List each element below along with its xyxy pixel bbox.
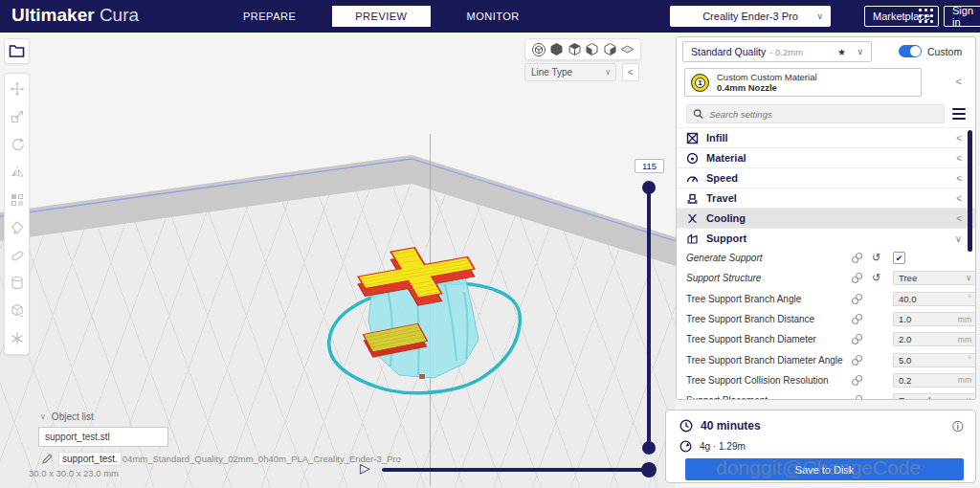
infill-icon [686, 132, 699, 144]
print-time-row: 40 minutes [679, 419, 761, 433]
layer-slider-top-handle[interactable] [642, 181, 656, 194]
field-value: 1.0 [899, 314, 911, 324]
link-icon[interactable] [851, 374, 863, 387]
field-unit: mm [958, 335, 971, 344]
category-material[interactable]: Material< [677, 147, 975, 167]
setting-row-support-structure: Support Structure ↺ Tree∨ [677, 268, 975, 288]
custom-toggle[interactable] [899, 45, 922, 57]
tab-prepare[interactable]: PREPARE [230, 6, 309, 27]
view-3d-icon[interactable] [531, 42, 546, 57]
field-value: 0.2 [899, 375, 911, 386]
open-file-button[interactable] [4, 38, 30, 64]
link-icon[interactable] [851, 252, 863, 264]
rotate-tool-icon[interactable] [10, 137, 25, 152]
chevron-collapsed-icon: < [956, 153, 962, 164]
color-scheme-dropdown[interactable]: Line Type ∨ [524, 63, 616, 81]
view-top-icon[interactable] [568, 42, 582, 56]
view-right-icon[interactable] [603, 42, 617, 56]
move-tool-icon[interactable] [10, 81, 25, 97]
branch-diameter-field[interactable]: 2.0mm [893, 332, 976, 346]
generate-support-checkbox[interactable]: ✔ [893, 252, 905, 264]
object-list-label: Object list [52, 411, 94, 422]
scale-tool-icon[interactable] [10, 109, 25, 124]
custom-toggle-label: Custom [927, 46, 962, 57]
profile-name: Standard Quality [691, 46, 766, 57]
travel-icon [686, 192, 699, 205]
play-simulation-button[interactable]: ▷ [360, 460, 370, 476]
search-input[interactable] [709, 109, 938, 120]
branch-angle-field[interactable]: 40.0° [893, 292, 976, 306]
field-unit: ° [969, 294, 971, 303]
settings-scrollbar[interactable] [968, 130, 972, 252]
extruder-card[interactable]: 1 Custom Custom Material 0.4mm Nozzle [684, 68, 922, 97]
profile-layer-height: - 0.2mm [769, 47, 803, 57]
job-name-input[interactable]: support_test. [58, 452, 122, 466]
dropdown-value: Everywhere [899, 395, 947, 400]
tool-panel [4, 73, 30, 355]
per-model-settings-icon[interactable] [10, 192, 25, 208]
category-speed[interactable]: Speed< [677, 167, 975, 188]
extruder-nozzle: 0.4mm Nozzle [717, 82, 817, 93]
profile-dropdown[interactable]: Standard Quality - 0.2mm ★ ∨ [682, 41, 872, 62]
save-to-disk-button[interactable]: Save to Disk [685, 458, 964, 480]
category-cooling[interactable]: Cooling< [677, 208, 975, 228]
mirror-tool-icon[interactable] [10, 165, 25, 180]
branch-distance-field[interactable]: 1.0mm [893, 312, 976, 326]
dock-panel-icon[interactable] [975, 46, 976, 57]
layer-slider-bottom-handle[interactable] [642, 441, 656, 455]
tab-preview[interactable]: PREVIEW [332, 6, 430, 27]
support-structure-dropdown[interactable]: Tree∨ [893, 271, 976, 285]
object-list-header[interactable]: ∨ Object list [40, 411, 94, 422]
custom-toggle-row: Custom × [899, 45, 976, 57]
simulation-slider-handle[interactable] [641, 462, 657, 477]
link-icon[interactable] [851, 394, 863, 400]
search-box[interactable] [686, 104, 945, 123]
top-bar: Ultimaker Cura PREPARE PREVIEW MONITOR C… [0, 0, 980, 33]
field-unit: mm [958, 375, 971, 385]
sign-in-button[interactable]: Sign in [944, 6, 980, 27]
field-unit: ° [969, 355, 971, 365]
link-icon[interactable] [851, 293, 863, 305]
support-blocker-icon[interactable] [10, 220, 25, 235]
chevron-down-icon: ∨ [816, 11, 823, 21]
category-infill[interactable]: Infill< [677, 127, 975, 147]
category-label: Support [706, 233, 746, 244]
revert-icon[interactable]: ↺ [872, 273, 880, 283]
support-placement-dropdown[interactable]: Everywhere∨ [893, 393, 976, 400]
category-travel[interactable]: Travel< [677, 188, 975, 208]
material-usage-value: 4g · 1.29m [700, 441, 746, 452]
view-left-icon[interactable] [585, 42, 599, 56]
diameter-angle-field[interactable]: 5.0° [893, 353, 976, 367]
tab-monitor[interactable]: MONITOR [454, 6, 533, 27]
settings-menu-icon[interactable] [952, 108, 966, 120]
revert-icon[interactable]: ↺ [872, 253, 880, 263]
printer-selector[interactable]: Creality Ender-3 Pro ∨ [670, 6, 831, 27]
link-icon[interactable] [851, 333, 863, 345]
calibration-shapes-icon[interactable] [10, 331, 25, 346]
view-front-icon[interactable] [549, 42, 564, 56]
object-list-item[interactable]: support_test.stl [38, 427, 168, 447]
view-bottom-icon[interactable] [620, 44, 635, 55]
stage-tabs: PREPARE PREVIEW MONITOR [230, 0, 533, 33]
setting-label: Support Placement [686, 395, 857, 400]
setting-label: Tree Support Branch Diameter Angle [686, 355, 857, 366]
profile-row: Standard Quality - 0.2mm ★ ∨ Custom × [677, 37, 975, 68]
layer-slider-track[interactable] [647, 182, 651, 454]
setting-categories: Infill< Material< Speed< Travel< Cooling… [677, 127, 975, 248]
collapse-view-panel-button[interactable]: < [622, 63, 639, 81]
applications-icon[interactable] [919, 9, 934, 24]
category-support[interactable]: Support∨ [677, 228, 975, 248]
edit-pencil-icon[interactable] [42, 454, 53, 464]
link-icon[interactable] [851, 354, 863, 366]
collision-resolution-field[interactable]: 0.2mm [893, 373, 976, 388]
simulation-slider-track[interactable] [382, 468, 644, 472]
custom-support-icon[interactable] [10, 248, 25, 263]
setting-label: Tree Support Branch Distance [686, 314, 857, 324]
link-icon[interactable] [851, 313, 863, 325]
cooling-icon [686, 212, 699, 225]
info-icon[interactable]: ⓘ [952, 419, 964, 435]
collapse-extruder-button[interactable]: < [956, 76, 962, 87]
link-icon[interactable] [851, 272, 863, 284]
cube-tool-icon[interactable] [10, 303, 25, 319]
cylinder-tool-icon[interactable] [10, 276, 25, 291]
